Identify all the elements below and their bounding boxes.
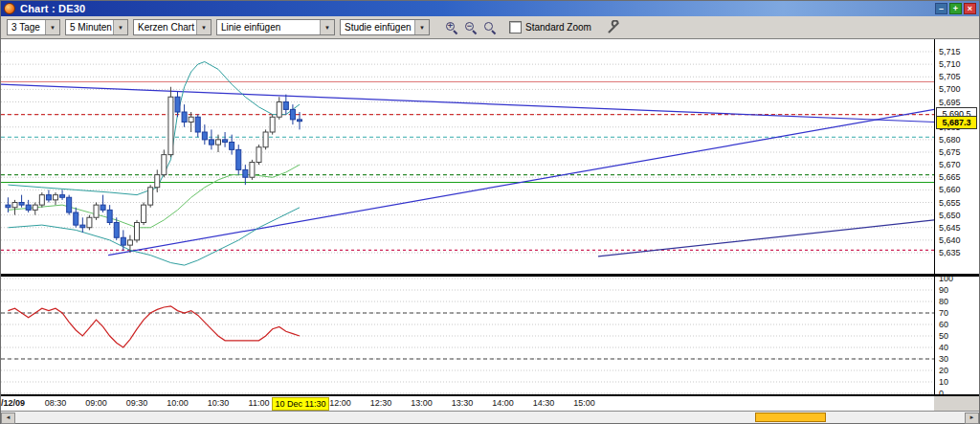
- price-axis-label: 5,660: [939, 185, 961, 194]
- time-axis-label: 10:00: [162, 398, 194, 408]
- chevron-down-icon: ▼: [196, 20, 211, 34]
- maximize-button[interactable]: +: [949, 3, 962, 14]
- time-axis-label: 11:00: [243, 398, 276, 408]
- time-axis-label: 14:30: [527, 398, 560, 408]
- time-axis-label: 12:00: [324, 398, 357, 408]
- settings-button[interactable]: [605, 18, 624, 37]
- time-axis-label: 13:00: [406, 398, 438, 408]
- indicator-axis-label: 60: [939, 320, 948, 329]
- range-select[interactable]: 3 Tage ▼: [7, 19, 60, 35]
- indicator-axis-label: 40: [939, 343, 948, 352]
- zoom-in-button[interactable]: +: [442, 18, 461, 37]
- zoom-out-button[interactable]: −: [461, 18, 480, 37]
- chevron-down-icon: ▼: [320, 20, 334, 34]
- indicator-chart[interactable]: [1, 277, 934, 394]
- indicator-axis-label: 0: [939, 389, 944, 398]
- time-axis-label: 08:30: [39, 398, 72, 408]
- time-axis-label: 12:30: [365, 398, 397, 408]
- price-axis-label: 5,695: [939, 98, 961, 107]
- zoom-in-icon: +: [445, 21, 458, 34]
- window-controls: – + ×: [935, 3, 979, 14]
- price-axis-label: 5,655: [939, 198, 961, 208]
- price-axis-label: 5,665: [939, 172, 961, 182]
- title-bar[interactable]: Chart : DE30 – + ×: [1, 1, 979, 16]
- price-axis: 5,690.5 5,687.3 5,7155,7105,7055,7005,69…: [934, 39, 979, 274]
- indicator-axis-label: 70: [939, 308, 948, 318]
- time-axis-label: 09:00: [80, 398, 113, 408]
- h-scrollbar[interactable]: ◄ ►: [1, 411, 979, 423]
- price-axis-label: 5,700: [939, 84, 961, 94]
- price-axis-label: 5,675: [939, 147, 961, 157]
- indicator-panel[interactable]: [1, 277, 934, 394]
- last-price-tag: 5,687.3: [936, 116, 977, 129]
- scroll-left-button[interactable]: ◄: [1, 413, 15, 424]
- app-icon: [4, 3, 15, 14]
- indicator-axis-label: 30: [939, 354, 948, 364]
- time-axis-label: 15:00: [568, 398, 601, 408]
- magnifier-icon: [483, 21, 497, 34]
- price-axis-label: 5,635: [939, 248, 961, 257]
- indicator-axis-label: 100: [939, 274, 953, 283]
- indicator-axis-label: 20: [939, 366, 948, 375]
- wrench-icon: [607, 20, 621, 34]
- time-cursor-label: 10 Dec 11:30: [272, 397, 329, 411]
- insert-line-select[interactable]: Linie einfügen ▼: [216, 19, 335, 35]
- chevron-down-icon: ▼: [113, 20, 127, 34]
- scroll-right-button[interactable]: ►: [965, 413, 979, 424]
- indicator-axis-label: 90: [939, 285, 948, 295]
- indicator-axis-label: 80: [939, 297, 948, 306]
- date-label: /12/09: [1, 398, 25, 408]
- main-chart[interactable]: [1, 39, 934, 274]
- interval-select-value: 5 Minuten: [66, 22, 113, 33]
- price-axis-label: 5,670: [939, 160, 961, 169]
- main-chart-panel[interactable]: [1, 39, 934, 274]
- standard-zoom-checkbox[interactable]: [509, 21, 522, 33]
- time-axis-label: 14:00: [487, 398, 520, 408]
- time-axis-label: 09:30: [121, 398, 153, 408]
- price-axis-label: 5,705: [939, 72, 961, 81]
- zoom-out-icon: −: [464, 21, 478, 34]
- indicator-axis-label: 10: [939, 377, 948, 387]
- time-axis: /12/09 10 Dec 11:30 08:3009:0009:3010:00…: [1, 396, 934, 411]
- price-axis-label: 5,640: [939, 235, 961, 245]
- chart-type-select[interactable]: Kerzen Chart ▼: [133, 19, 212, 35]
- range-select-value: 3 Tage: [8, 22, 45, 33]
- price-axis-label: 5,715: [939, 47, 961, 56]
- insert-study-select-value: Studie einfügen: [341, 22, 414, 33]
- scrollbar-thumb[interactable]: [755, 413, 826, 422]
- chevron-down-icon: ▼: [45, 20, 59, 34]
- interval-select[interactable]: 5 Minuten ▼: [65, 19, 128, 35]
- chevron-down-icon: ▼: [414, 20, 429, 34]
- chart-type-select-value: Kerzen Chart: [134, 22, 196, 33]
- indicator-axis: 1009080706050403020100: [934, 277, 979, 394]
- chart-window: Chart : DE30 – + × 3 Tage ▼ 5 Minuten ▼ …: [0, 0, 980, 424]
- indicator-axis-label: 50: [939, 331, 948, 341]
- price-axis-label: 5,710: [939, 59, 961, 69]
- time-axis-label: 13:30: [446, 398, 479, 408]
- zoom-reset-button[interactable]: [480, 18, 500, 37]
- close-button[interactable]: ×: [964, 3, 976, 14]
- insert-line-select-value: Linie einfügen: [217, 22, 320, 33]
- standard-zoom-label: Standard Zoom: [525, 22, 591, 33]
- price-axis-label: 5,650: [939, 211, 961, 220]
- insert-study-select[interactable]: Studie einfügen ▼: [340, 19, 430, 35]
- price-axis-label: 5,680: [939, 135, 961, 145]
- price-axis-label: 5,645: [939, 223, 961, 233]
- minimize-button[interactable]: –: [935, 3, 947, 14]
- toolbar: 3 Tage ▼ 5 Minuten ▼ Kerzen Chart ▼ Lini…: [1, 16, 979, 39]
- time-axis-label: 10:30: [202, 398, 234, 408]
- window-title: Chart : DE30: [20, 3, 85, 14]
